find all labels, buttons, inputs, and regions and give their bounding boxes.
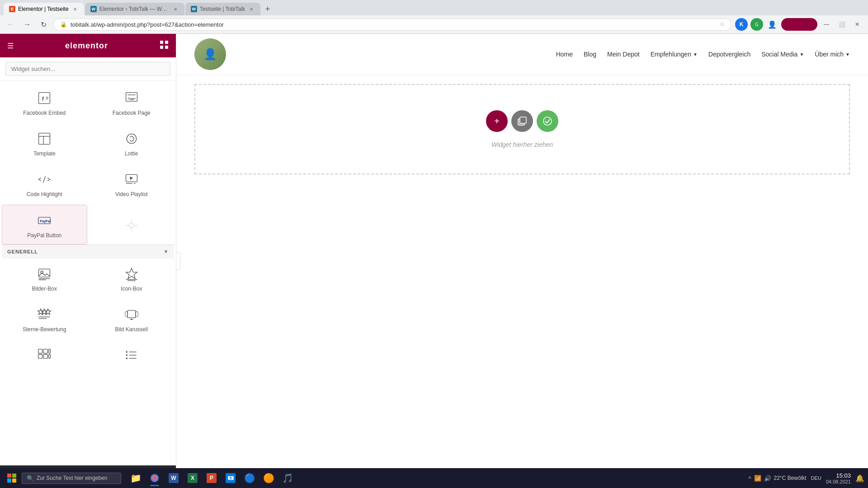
- tab-3-close[interactable]: ✕: [248, 5, 255, 13]
- widget-facebook-page[interactable]: ≡ Facebook Page: [89, 83, 175, 122]
- add-section-button[interactable]: +: [486, 110, 508, 132]
- minimize-button[interactable]: —: [820, 18, 833, 31]
- extension-icon-2[interactable]: G: [750, 18, 763, 31]
- widget-bilder-box-label: Bilder-Box: [32, 286, 57, 292]
- widget-list[interactable]: [89, 340, 175, 369]
- nav-depotvergleich[interactable]: Depotvergleich: [708, 51, 750, 58]
- svg-text:f: f: [42, 96, 44, 102]
- tray-arrow-icon[interactable]: ^: [748, 475, 751, 482]
- widget-paypal-button[interactable]: PayPal PayPal Button: [2, 205, 87, 244]
- widget-grid[interactable]: [2, 340, 87, 369]
- bild-karussell-icon: [123, 306, 140, 323]
- move-icon: [123, 217, 140, 234]
- extension-icon-3[interactable]: 👤: [766, 18, 778, 31]
- tab-1-close[interactable]: ✕: [71, 5, 79, 13]
- maximize-button[interactable]: ⬜: [835, 18, 848, 31]
- widget-icon-box[interactable]: Icon-Box: [89, 258, 175, 297]
- nav-social-media-dropdown-icon: ▼: [799, 52, 804, 57]
- copy-section-button[interactable]: [511, 110, 533, 132]
- widget-move-slot: [89, 205, 175, 244]
- tab-2[interactable]: W Elementor ‹ TobiTalk — WordPre… ✕: [85, 3, 184, 15]
- svg-rect-61: [7, 479, 11, 483]
- video-playlist-icon: [123, 171, 140, 188]
- sterne-bewertung-icon: [36, 306, 52, 323]
- taskbar-search[interactable]: 🔍 Zur Suche Text hier eingeben: [22, 473, 121, 484]
- forward-button[interactable]: →: [21, 18, 33, 31]
- svg-point-48: [126, 351, 127, 353]
- volume-icon[interactable]: 🔊: [764, 475, 771, 482]
- widget-template-label: Template: [33, 150, 56, 157]
- svg-rect-60: [12, 474, 16, 478]
- facebook-page-icon: ≡: [123, 90, 140, 106]
- svg-rect-45: [38, 354, 42, 358]
- address-bar[interactable]: 🔒 tobitalk.at/wp-admin/post.php?post=627…: [53, 19, 731, 31]
- taskbar-app-explorer[interactable]: 📁: [127, 469, 145, 487]
- taskbar-language: DEU: [811, 475, 821, 481]
- widget-lottie[interactable]: Lottie: [89, 123, 175, 162]
- nav-home[interactable]: Home: [556, 51, 573, 58]
- search-input[interactable]: [5, 62, 170, 76]
- apps-grid-icon[interactable]: [160, 40, 169, 51]
- extension-icon-1[interactable]: K: [735, 18, 748, 31]
- taskbar-search-icon: 🔍: [27, 475, 34, 482]
- hamburger-menu-icon[interactable]: ☰: [7, 42, 14, 50]
- svg-rect-39: [136, 312, 138, 317]
- nav-social-media[interactable]: Social Media ▼: [761, 51, 804, 58]
- widget-video-playlist[interactable]: Video Playlist: [89, 164, 175, 203]
- svg-point-41: [131, 319, 132, 320]
- taskbar-app-chrome[interactable]: [146, 469, 164, 487]
- page-content: 👤 Home Blog Mein Depot Empfehlungen ▼ De…: [176, 34, 868, 488]
- widget-facebook-embed[interactable]: f Facebook Embed: [2, 83, 87, 122]
- widget-code-highlight[interactable]: Code Highlight: [2, 164, 87, 203]
- tab-3-favicon: W: [191, 6, 197, 12]
- drop-zone-wrapper: +: [176, 75, 868, 183]
- svg-text:PayPal: PayPal: [40, 220, 50, 223]
- tab-1[interactable]: E Elementor | Testseite ✕: [4, 3, 84, 15]
- taskbar-app-excel[interactable]: X: [184, 469, 202, 487]
- collapse-sidebar-button[interactable]: ‹: [176, 252, 180, 270]
- nav-ueber-mich[interactable]: Über mich ▼: [815, 51, 850, 58]
- user-account[interactable]: [781, 18, 817, 31]
- site-logo: 👤: [194, 38, 226, 70]
- section-generell-header[interactable]: GENERELL ▼: [2, 244, 174, 258]
- address-text: tobitalk.at/wp-admin/post.php?post=627&a…: [71, 21, 716, 28]
- widget-bild-karussell[interactable]: Bild Karussell: [89, 299, 175, 338]
- network-icon[interactable]: 📶: [754, 475, 761, 482]
- drop-zone[interactable]: +: [194, 84, 850, 174]
- confirm-section-button[interactable]: [537, 110, 558, 132]
- taskbar-app-6[interactable]: 📧: [222, 469, 240, 487]
- tab-3[interactable]: W Testseite | TobiTalk ✕: [185, 3, 260, 15]
- taskbar-app-7[interactable]: 🔵: [241, 469, 259, 487]
- clock-time: 15:03: [826, 472, 851, 479]
- start-button[interactable]: [4, 470, 20, 486]
- close-button[interactable]: ✕: [851, 18, 863, 31]
- widget-template[interactable]: Template: [2, 123, 87, 162]
- nav-blog[interactable]: Blog: [584, 51, 596, 58]
- nav-mein-depot[interactable]: Mein Depot: [607, 51, 640, 58]
- taskbar-app-word[interactable]: W: [165, 469, 183, 487]
- widget-bilder-box[interactable]: Bilder-Box: [2, 258, 87, 297]
- logo-image: 👤: [194, 38, 226, 70]
- svg-rect-13: [39, 133, 50, 145]
- tab-bar: E Elementor | Testseite ✕ W Elementor ‹ …: [0, 0, 868, 15]
- bookmark-icon[interactable]: ☆: [720, 21, 725, 28]
- widget-sterne-bewertung[interactable]: Sterne-Bewertung: [2, 299, 87, 338]
- widget-paypal-button-label: PayPal Button: [27, 232, 61, 239]
- widget-video-playlist-label: Video Playlist: [115, 191, 148, 197]
- nav-empfehlungen[interactable]: Empfehlungen ▼: [651, 51, 698, 58]
- notification-icon[interactable]: 🔔: [855, 474, 864, 483]
- svg-marker-19: [130, 177, 133, 180]
- taskbar-clock[interactable]: 15:03 04.08.2021: [826, 472, 851, 484]
- drop-zone-text: Widget hierher ziehen: [491, 141, 553, 148]
- weather-text: 22°C Bewölkt: [774, 475, 807, 481]
- taskbar-app-powerpoint[interactable]: P: [203, 469, 221, 487]
- back-button[interactable]: ←: [5, 18, 17, 31]
- svg-rect-46: [43, 354, 47, 358]
- taskbar-app-9[interactable]: 🎵: [278, 469, 297, 487]
- reload-button[interactable]: ↻: [37, 18, 50, 31]
- tab-2-close[interactable]: ✕: [172, 5, 179, 13]
- lock-icon: 🔒: [60, 21, 67, 28]
- svg-point-16: [127, 134, 136, 143]
- new-tab-button[interactable]: +: [261, 3, 274, 15]
- taskbar-app-8[interactable]: 🟠: [259, 469, 278, 487]
